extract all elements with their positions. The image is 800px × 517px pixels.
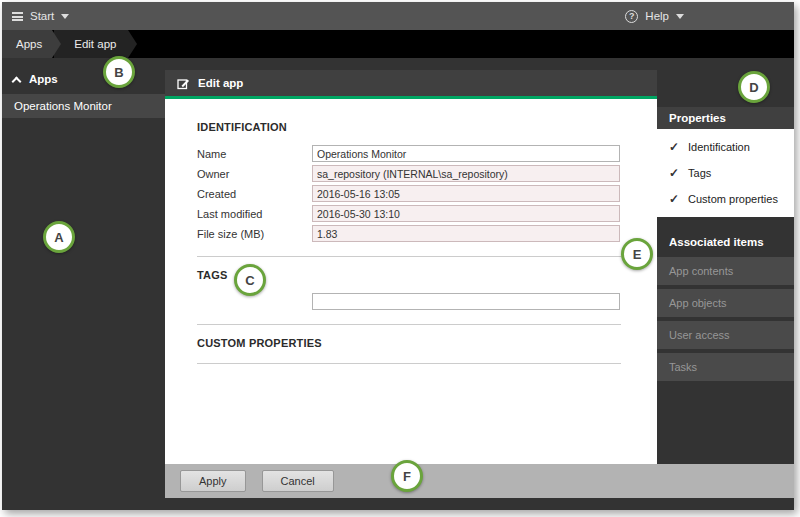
properties-item-label: Custom properties: [688, 193, 778, 205]
breadcrumb: Apps Edit app: [2, 30, 794, 58]
panels-row: Edit app IDENTIFICATION Name Owner: [165, 58, 794, 464]
callout-d: D: [738, 71, 770, 103]
top-bar: Start ? Help: [2, 2, 794, 30]
check-icon: ✓: [669, 167, 679, 179]
properties-header: Properties: [657, 107, 794, 129]
breadcrumb-apps[interactable]: Apps: [2, 30, 52, 58]
check-icon: ✓: [669, 141, 679, 153]
created-field: [312, 185, 620, 202]
field-row-name: Name: [197, 145, 621, 162]
chevron-down-icon: [61, 14, 69, 19]
properties-item-identification[interactable]: ✓ Identification: [657, 134, 794, 160]
created-label: Created: [197, 188, 312, 200]
apps-sidebar: Apps Operations Monitor: [2, 58, 165, 510]
section-divider: [197, 256, 621, 257]
field-row-created: Created: [197, 185, 621, 202]
owner-label: Owner: [197, 168, 312, 180]
sidebar-apps-label: Apps: [29, 73, 58, 85]
field-row-owner: Owner: [197, 165, 621, 182]
last-modified-label: Last modified: [197, 208, 312, 220]
content-area: Apps Operations Monitor Edit app: [2, 58, 794, 510]
properties-item-label: Identification: [688, 141, 750, 153]
help-icon: ?: [625, 10, 638, 23]
associated-item-user-access[interactable]: User access: [657, 321, 794, 349]
name-field[interactable]: [312, 145, 620, 162]
properties-item-custom-properties[interactable]: ✓ Custom properties: [657, 186, 794, 212]
edit-app-icon: [177, 77, 190, 90]
callout-f: F: [391, 460, 423, 492]
associated-item-app-objects[interactable]: App objects: [657, 289, 794, 317]
edit-app-header: Edit app: [165, 70, 657, 96]
section-divider: [197, 324, 621, 325]
callout-a: A: [43, 221, 75, 253]
tags-field[interactable]: [312, 293, 620, 310]
start-menu-label: Start: [30, 10, 54, 22]
edit-app-title: Edit app: [198, 77, 243, 89]
field-row-file-size: File size (MB): [197, 225, 621, 242]
properties-panel: Properties ✓ Identification ✓ Tags ✓ Cus: [657, 58, 794, 464]
field-row-last-modified: Last modified: [197, 205, 621, 222]
associated-item-tasks[interactable]: Tasks: [657, 353, 794, 381]
associated-items-header: Associated items: [657, 231, 794, 253]
action-bar: Apply Cancel: [165, 464, 794, 498]
start-menu-icon: [12, 12, 23, 21]
help-menu-label: Help: [645, 10, 669, 22]
section-title-custom-properties: CUSTOM PROPERTIES: [197, 337, 621, 349]
bottom-strip: [165, 498, 794, 510]
help-menu-button[interactable]: ? Help: [625, 10, 684, 23]
associated-item-app-contents[interactable]: App contents: [657, 257, 794, 285]
properties-list: ✓ Identification ✓ Tags ✓ Custom propert…: [657, 129, 794, 217]
chevron-up-icon: [12, 76, 22, 86]
cancel-button[interactable]: Cancel: [262, 470, 334, 492]
section-divider: [197, 363, 621, 364]
start-menu-button[interactable]: Start: [12, 10, 69, 22]
file-size-field: [312, 225, 620, 242]
breadcrumb-edit-app[interactable]: Edit app: [54, 30, 128, 58]
properties-item-tags[interactable]: ✓ Tags: [657, 160, 794, 186]
callout-e: E: [621, 238, 653, 270]
field-row-tags: [312, 293, 621, 310]
name-label: Name: [197, 148, 312, 160]
sidebar-item-operations-monitor[interactable]: Operations Monitor: [2, 94, 165, 118]
callout-b: B: [103, 56, 135, 88]
check-icon: ✓: [669, 193, 679, 205]
properties-item-label: Tags: [688, 167, 711, 179]
section-title-identification: IDENTIFICATION: [197, 121, 621, 133]
edit-app-panel: Edit app IDENTIFICATION Name Owner: [165, 58, 657, 464]
last-modified-field: [312, 205, 620, 222]
owner-field: [312, 165, 620, 182]
file-size-label: File size (MB): [197, 228, 312, 240]
chevron-down-icon: [676, 14, 684, 19]
apply-button[interactable]: Apply: [180, 470, 246, 492]
callout-c: C: [234, 264, 266, 296]
sidebar-apps-header[interactable]: Apps: [2, 66, 165, 92]
